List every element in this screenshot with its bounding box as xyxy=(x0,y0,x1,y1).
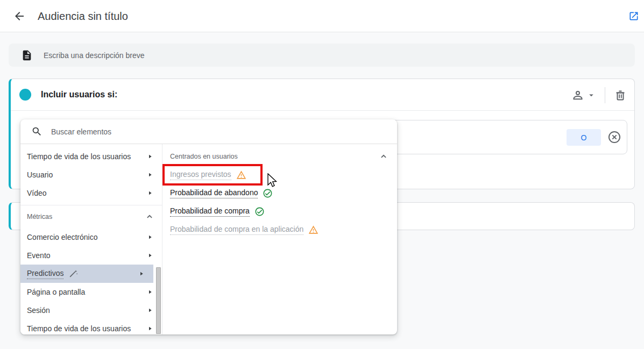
search-input[interactable] xyxy=(51,127,352,136)
or-condition-button[interactable]: O xyxy=(567,129,601,146)
document-icon xyxy=(21,49,33,61)
caret-down-icon[interactable] xyxy=(586,90,596,100)
open-in-new-icon[interactable] xyxy=(628,11,639,22)
chevron-up-icon xyxy=(379,152,388,161)
submenu-arrow-icon xyxy=(146,233,154,241)
back-arrow-icon[interactable] xyxy=(13,10,26,23)
magic-wand-icon xyxy=(68,268,79,279)
predictive-submenu: Centrados en usuarios Ingresos previstos… xyxy=(162,144,397,334)
metric-predicted-revenue[interactable]: Ingresos previstos xyxy=(162,166,397,184)
warning-icon xyxy=(236,170,246,180)
include-card-title: Incluir usuarios si: xyxy=(41,90,117,99)
picker-category-list: Tiempo de vida de los usuarios Usuario V… xyxy=(20,144,162,334)
description-bar[interactable] xyxy=(9,44,635,67)
topbar: Audiencia sin título xyxy=(0,0,644,32)
submenu-arrow-icon xyxy=(137,269,146,278)
category-video[interactable]: Vídeo xyxy=(20,184,162,202)
controls-divider xyxy=(605,87,605,103)
include-card-controls xyxy=(571,79,627,111)
submenu-arrow-icon xyxy=(146,306,154,315)
picker-search-row[interactable] xyxy=(20,119,397,144)
check-circle-icon xyxy=(263,188,273,198)
submenu-arrow-icon xyxy=(146,288,154,296)
check-circle-icon xyxy=(254,206,265,217)
category-user[interactable]: Usuario xyxy=(20,166,162,184)
category-session[interactable]: Sesión xyxy=(20,301,162,319)
user-scope-icon[interactable] xyxy=(571,89,584,102)
category-predictive[interactable]: Predictivos xyxy=(20,265,153,283)
audience-builder-page: Audiencia sin título Incluir usuarios si… xyxy=(0,0,644,349)
metrics-divider xyxy=(20,205,162,205)
category-user-lifetime-metrics[interactable]: Tiempo de vida de los usuarios xyxy=(20,319,162,334)
remove-condition-icon[interactable] xyxy=(607,130,621,144)
submenu-section-header[interactable]: Centrados en usuarios xyxy=(162,147,397,166)
metric-purchase-probability[interactable]: Probabilidad de compra xyxy=(162,202,397,220)
search-icon xyxy=(31,126,43,137)
include-scope-dot xyxy=(19,89,31,101)
submenu-arrow-icon xyxy=(146,324,154,333)
category-page-screen[interactable]: Página o pantalla xyxy=(20,283,162,301)
element-picker-dropdown: Tiempo de vida de los usuarios Usuario V… xyxy=(20,119,397,334)
warning-icon xyxy=(308,225,319,235)
scrollbar-thumb[interactable] xyxy=(156,267,161,334)
submenu-arrow-icon xyxy=(146,170,154,179)
metric-in-app-purchase-probability[interactable]: Probabilidad de compra en la aplicación xyxy=(162,220,397,239)
description-input[interactable] xyxy=(44,51,528,60)
submenu-arrow-icon xyxy=(146,251,154,260)
include-card-header: Incluir usuarios si: xyxy=(11,79,634,111)
metrics-section-header[interactable]: Métricas xyxy=(20,208,162,225)
submenu-arrow-icon xyxy=(146,189,154,197)
metric-churn-probability[interactable]: Probabilidad de abandono xyxy=(162,184,397,202)
chevron-up-icon xyxy=(145,212,154,222)
picker-body: Tiempo de vida de los usuarios Usuario V… xyxy=(20,144,397,334)
category-ecommerce[interactable]: Comercio electrónico xyxy=(20,228,162,246)
trash-icon[interactable] xyxy=(614,89,627,102)
page-title: Audiencia sin título xyxy=(38,0,128,32)
category-user-lifetime[interactable]: Tiempo de vida de los usuarios xyxy=(20,147,162,166)
submenu-arrow-icon xyxy=(146,152,154,161)
category-event[interactable]: Evento xyxy=(20,246,162,265)
